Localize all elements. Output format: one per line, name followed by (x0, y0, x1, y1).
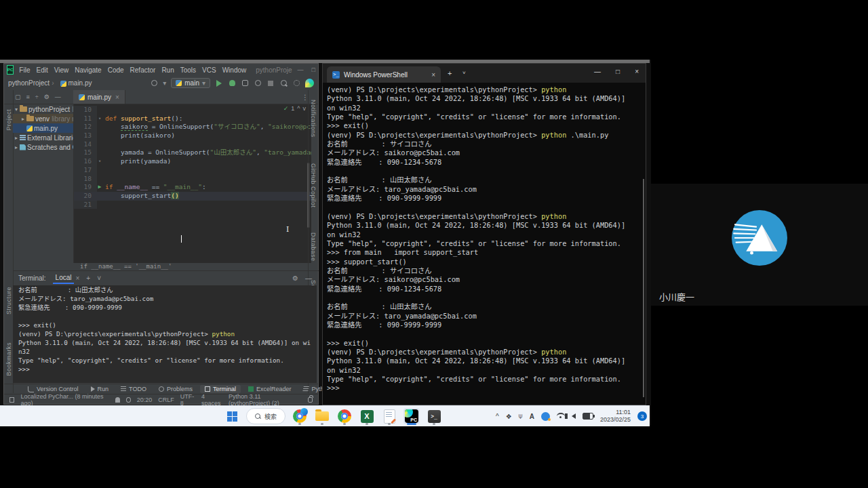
interpreter-label[interactable]: Python 3.11 (pythonProject) (2) (229, 393, 302, 407)
settings-gear-icon[interactable] (292, 79, 300, 87)
microphone-icon[interactable]: ⍦ (519, 412, 523, 420)
caret-position[interactable]: 20:20 (137, 396, 153, 403)
toolwindow-todo[interactable]: TODO (116, 385, 151, 393)
tree-item-main-py[interactable]: main.py (13, 123, 73, 133)
ime-indicator[interactable]: A (530, 413, 534, 420)
inspection-widget[interactable]: ✓ 1 ^ v (283, 105, 306, 112)
menu-vcs[interactable]: VCS (202, 66, 216, 74)
new-tab-icon[interactable]: + (448, 69, 452, 77)
dropbox-icon[interactable]: ❖ (506, 413, 512, 420)
panel-icon[interactable]: ≡ (26, 94, 30, 100)
terminal-tab-local[interactable]: Local (53, 272, 75, 284)
menu-code[interactable]: Code (108, 66, 124, 74)
new-terminal-icon[interactable]: + (86, 274, 90, 282)
menu-run[interactable]: Run (161, 66, 174, 74)
search-everywhere-icon[interactable] (279, 79, 288, 87)
tree-arrow-icon[interactable]: ▸ (13, 144, 20, 150)
battery-icon[interactable] (583, 413, 593, 420)
project-panel-toolbar[interactable]: ▢≡÷⚙— (15, 94, 73, 100)
panel-icon[interactable]: ▢ (15, 94, 21, 100)
code-line-10[interactable]: 10 (74, 106, 311, 115)
code-line-18[interactable]: 18 (74, 175, 311, 184)
indent-style[interactable]: 4 spaces (201, 393, 222, 407)
terminal-tab-close-icon[interactable]: × (75, 274, 79, 282)
code-line-19[interactable]: 19▶if __name__ == "__main__": (74, 183, 311, 192)
tree-item-pythonproject[interactable]: ▾pythonProjectD: (13, 104, 73, 114)
code-line-11[interactable]: 11▾def support_start(): (74, 115, 311, 123)
code-line-17[interactable]: 17 (74, 166, 311, 175)
tree-item-venv[interactable]: ▸venvlibrary ro (13, 114, 73, 123)
minimize-button[interactable]: — (594, 68, 601, 75)
terminal-dropdown-icon[interactable]: ˅ (97, 274, 101, 282)
panel-icon[interactable]: — (55, 94, 61, 100)
taskbar-edge-copilot[interactable] (292, 408, 308, 424)
tab-close-icon[interactable]: × (431, 71, 435, 79)
tab-main-py[interactable]: main.py × (73, 90, 125, 104)
close-button[interactable]: × (635, 68, 639, 75)
toolwindow-run[interactable]: Run (86, 385, 114, 393)
next-issue-icon[interactable]: v (303, 105, 307, 112)
coverage-button[interactable] (241, 79, 249, 87)
tool-strip-notifications[interactable]: Notifications (310, 100, 317, 138)
tool-strip-structure[interactable]: Structure (5, 287, 12, 314)
profile-icon[interactable] (150, 79, 158, 87)
toolwindow-version-control[interactable]: Version Control (23, 385, 83, 393)
tree-arrow-icon[interactable]: ▸ (20, 116, 26, 122)
speaker-icon[interactable] (572, 413, 576, 419)
taskbar-clock[interactable]: 11:01 2023/02/25 (600, 409, 631, 424)
toolwindow-problems[interactable]: Problems (154, 385, 197, 393)
powershell-scrollbar[interactable] (643, 179, 644, 397)
code-line-21[interactable]: 21 (74, 201, 311, 209)
powershell-output[interactable]: (venv) PS D:\projects\experimentals\pyth… (327, 85, 640, 399)
cloud-icon[interactable] (115, 397, 120, 403)
notification-badge[interactable]: 3 (637, 411, 647, 421)
run-gutter-icon[interactable]: ▶ (98, 184, 102, 190)
code-editor[interactable]: 1011▾def support_start():12 saikoro = On… (73, 104, 311, 263)
line-separator[interactable]: CRLF (158, 396, 174, 403)
tray-app-icon[interactable] (541, 412, 550, 421)
powershell-tab[interactable]: >_ Windows PowerShell × (327, 66, 441, 83)
terminal-settings-icon[interactable]: ⚙ (292, 274, 298, 282)
taskbar-file-explorer[interactable] (314, 408, 330, 424)
menu-view[interactable]: View (54, 66, 69, 74)
debug-button[interactable] (228, 79, 236, 87)
tab-close-icon[interactable]: × (115, 94, 119, 101)
vcs-branch-label[interactable]: Localized PyChar... (8 minutes ago) (20, 393, 108, 407)
code-line-16[interactable]: 16▾ print(yamada) (74, 157, 311, 166)
toolwindow-excelreader[interactable]: ExcelReader (243, 385, 296, 393)
code-line-14[interactable]: 14 (74, 140, 311, 149)
menu-window[interactable]: Window (222, 66, 247, 74)
menu-navigate[interactable]: Navigate (75, 66, 101, 74)
taskbar-chrome[interactable] (336, 408, 353, 424)
tool-strip-copilot[interactable]: GitHub Copilot (310, 163, 317, 208)
breadcrumb-project[interactable]: pythonProject (8, 79, 50, 87)
prev-issue-icon[interactable]: ^ (297, 105, 300, 112)
tool-strip-project[interactable]: Project (5, 109, 12, 131)
file-encoding[interactable]: UTF-8 (180, 393, 195, 407)
wifi-icon[interactable] (557, 413, 565, 420)
tool-strip-database[interactable]: Database (310, 232, 317, 262)
run-button[interactable] (215, 79, 223, 87)
code-line-15[interactable]: 15 yamada = OnlineSupport("山田太郎さん", "tar… (74, 148, 311, 157)
start-button[interactable] (224, 408, 240, 424)
vcs-icon[interactable] (126, 397, 131, 403)
taskbar-pycharm[interactable] (403, 408, 420, 424)
taskbar-search[interactable]: 検索 (246, 408, 285, 424)
minimize-button[interactable]: — (298, 66, 304, 73)
menu-tools[interactable]: Tools (180, 66, 196, 74)
maximize-button[interactable]: □ (616, 68, 620, 75)
menu-refactor[interactable]: Refactor (130, 66, 156, 74)
tree-item-external-libraries[interactable]: ▸External Libraries (13, 133, 73, 142)
run-config-select[interactable]: main ▾ (171, 78, 210, 88)
plugin-icon[interactable] (305, 79, 314, 87)
terminal-minimize-icon[interactable]: — (305, 274, 312, 282)
code-line-13[interactable]: 13 print(saikoro) (74, 131, 311, 140)
code-line-12[interactable]: 12 saikoro = OnlineSupport("サイコロさん", "sa… (74, 123, 311, 131)
menu-edit[interactable]: Edit (36, 66, 47, 74)
taskbar-notepad[interactable] (381, 408, 397, 424)
code-line-20[interactable]: 20 support_start() (74, 192, 311, 201)
tree-arrow-icon[interactable]: ▾ (13, 106, 20, 113)
terminal-output[interactable]: お名前 : 山田太郎さんメールアドレス: taro_yamada@pc5bai.… (13, 285, 317, 383)
taskbar-excel[interactable]: X (359, 408, 375, 424)
panel-icon[interactable]: ⚙ (44, 94, 50, 100)
